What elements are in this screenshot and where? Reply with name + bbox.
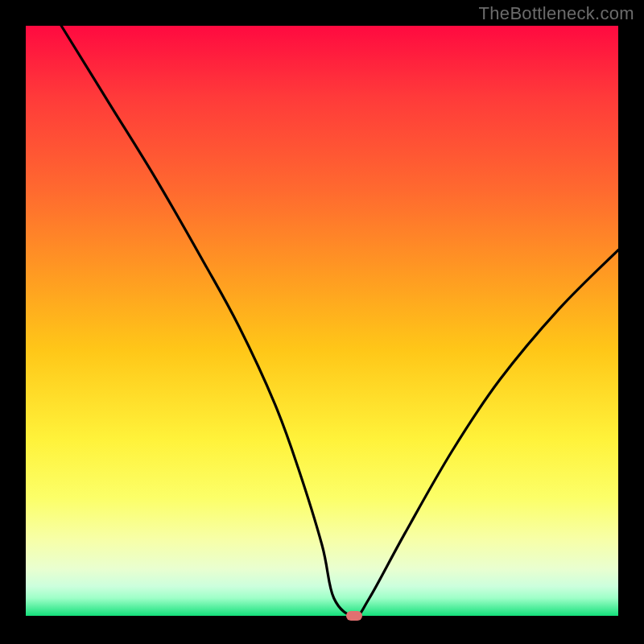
optimal-point-marker [346,611,362,621]
plot-area [26,26,618,616]
bottleneck-curve [26,26,618,616]
watermark-text: TheBottleneck.com [479,3,634,24]
chart-container: TheBottleneck.com [0,0,644,644]
